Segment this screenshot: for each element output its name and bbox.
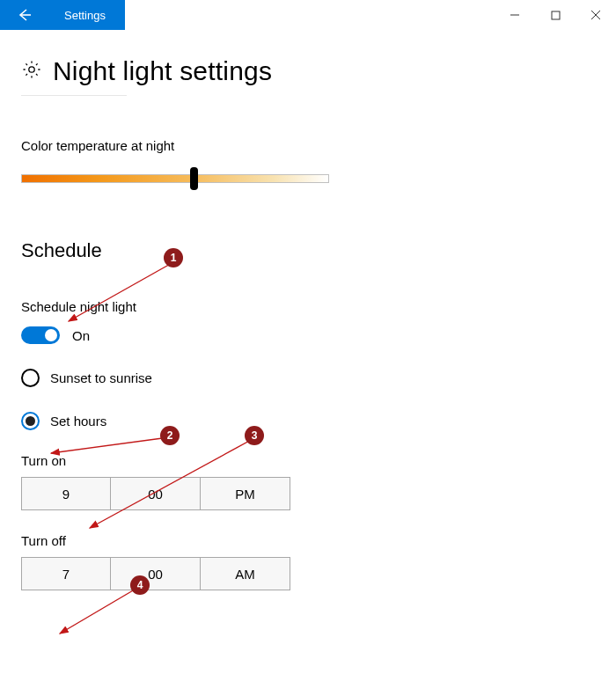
- window-controls: [495, 0, 616, 30]
- svg-rect-0: [552, 11, 560, 19]
- toggle-state-label: On: [72, 328, 90, 343]
- slider-track: [21, 174, 329, 183]
- svg-point-1: [29, 67, 34, 72]
- color-temp-label: Color temperature at night: [21, 138, 595, 153]
- turn-on-time-picker: 9 00 PM: [21, 477, 595, 510]
- page-header: Night light settings: [21, 56, 595, 86]
- slider-thumb[interactable]: [190, 167, 198, 190]
- turn-off-ampm[interactable]: AM: [201, 557, 290, 590]
- maximize-button[interactable]: [535, 0, 576, 30]
- turn-off-time-picker: 7 00 AM: [21, 557, 595, 590]
- turn-on-label: Turn on: [21, 453, 595, 468]
- turn-off-label: Turn off: [21, 533, 595, 548]
- schedule-toggle-label: Schedule night light: [21, 299, 595, 314]
- turn-off-hour[interactable]: 7: [21, 557, 111, 590]
- radio-icon: [21, 369, 40, 387]
- annotation-badge-2: 2: [160, 426, 180, 445]
- annotation-badge-1: 1: [164, 248, 183, 267]
- schedule-heading: Schedule: [21, 239, 595, 262]
- title-bar: Settings: [0, 0, 616, 30]
- annotation-badge-3: 3: [245, 426, 264, 445]
- radio-sunset-to-sunrise[interactable]: Sunset to sunrise: [21, 369, 595, 387]
- color-temp-slider[interactable]: [21, 169, 329, 190]
- content-area: Night light settings Color temperature a…: [0, 30, 616, 612]
- app-title: Settings: [48, 0, 125, 30]
- annotation-badge-4: 4: [130, 575, 150, 595]
- turn-on-hour[interactable]: 9: [21, 477, 111, 510]
- page-title: Night light settings: [53, 56, 272, 86]
- turn-off-minute[interactable]: 00: [111, 557, 201, 590]
- toggle-knob: [45, 329, 57, 341]
- radio-label: Set hours: [50, 414, 106, 429]
- schedule-toggle[interactable]: [21, 326, 60, 344]
- divider: [21, 95, 127, 96]
- minimize-button[interactable]: [495, 0, 535, 30]
- radio-set-hours[interactable]: Set hours: [21, 412, 595, 430]
- radio-icon: [21, 412, 40, 430]
- gear-icon: [21, 59, 42, 84]
- back-button[interactable]: [0, 0, 48, 30]
- radio-label: Sunset to sunrise: [50, 370, 152, 385]
- close-button[interactable]: [576, 0, 616, 30]
- turn-on-minute[interactable]: 00: [111, 477, 201, 510]
- turn-on-ampm[interactable]: PM: [201, 477, 290, 510]
